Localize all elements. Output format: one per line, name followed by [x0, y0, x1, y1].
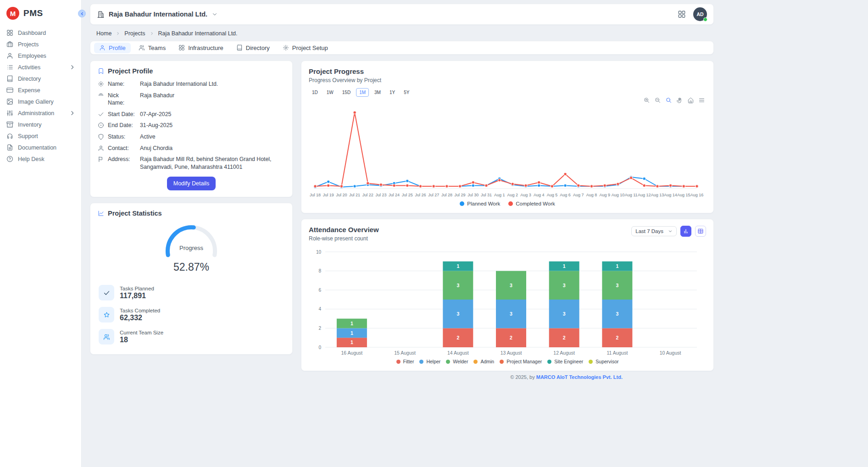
data-point[interactable]	[669, 184, 672, 187]
tab-infrastructure[interactable]: Infrastructure	[173, 43, 228, 53]
data-point[interactable]	[643, 184, 645, 187]
sidebar-item-dashboard[interactable]: Dashboard	[0, 27, 81, 39]
legend-item[interactable]: Welder	[446, 359, 468, 364]
menu-icon[interactable]	[698, 97, 705, 104]
bar-chart-icon	[683, 228, 689, 234]
sidebar-item-activities[interactable]: Activities	[0, 61, 81, 73]
sidebar-collapse-button[interactable]	[78, 10, 86, 17]
data-point[interactable]	[498, 179, 501, 182]
zoom-in-icon[interactable]	[643, 97, 650, 104]
sidebar-item-support[interactable]: Support	[0, 130, 81, 142]
data-point[interactable]	[590, 185, 593, 188]
sidebar-item-help-desk[interactable]: Help Desk	[0, 153, 81, 165]
zoom-icon[interactable]	[665, 97, 672, 104]
home-icon[interactable]	[687, 97, 694, 104]
footer-company-link[interactable]: MARCO AIoT Technologies Pvt. Ltd.	[536, 374, 623, 380]
data-point[interactable]	[538, 181, 540, 184]
data-point[interactable]	[617, 183, 619, 185]
data-point[interactable]	[353, 111, 356, 114]
modify-details-button[interactable]: Modify Details	[167, 177, 216, 190]
data-point[interactable]	[564, 172, 567, 175]
legend-item[interactable]: Helper	[419, 359, 440, 364]
data-point[interactable]	[682, 185, 685, 188]
tab-directory[interactable]: Directory	[231, 43, 275, 53]
data-point[interactable]	[379, 183, 382, 186]
legend-item[interactable]: Site Engineer	[547, 359, 583, 364]
bar-view-button[interactable]	[680, 226, 691, 237]
data-point[interactable]	[538, 184, 540, 187]
range-1d[interactable]: 1D	[309, 88, 321, 97]
book-icon	[236, 44, 243, 51]
user-avatar[interactable]: AD	[693, 7, 707, 21]
data-point[interactable]	[353, 185, 356, 188]
pan-icon[interactable]	[676, 97, 683, 104]
app-logo[interactable]: M PMS	[0, 0, 81, 27]
data-point[interactable]	[419, 185, 422, 188]
data-point[interactable]	[472, 184, 474, 187]
sidebar-item-employees[interactable]: Employees	[0, 50, 81, 61]
data-point[interactable]	[485, 184, 488, 187]
sidebar-item-label: Projects	[18, 41, 39, 48]
data-point[interactable]	[577, 184, 580, 187]
data-point[interactable]	[406, 179, 409, 182]
data-point[interactable]	[393, 184, 395, 187]
data-point[interactable]	[603, 184, 606, 187]
tab-teams[interactable]: Teams	[134, 43, 171, 53]
card-title-text: Attendance Overview	[309, 226, 379, 234]
legend-item[interactable]: Fitter	[396, 359, 414, 364]
sidebar-item-expense[interactable]: Expense	[0, 84, 81, 96]
sidebar-item-inventory[interactable]: Inventory	[0, 119, 81, 130]
svg-text:Aug 4: Aug 4	[534, 193, 545, 197]
data-point[interactable]	[327, 184, 330, 187]
data-point[interactable]	[511, 183, 514, 185]
sidebar-item-image-gallery[interactable]: Image Gallery	[0, 96, 81, 107]
data-point[interactable]	[406, 184, 409, 187]
list-icon	[6, 64, 13, 71]
tab-project-setup[interactable]: Project Setup	[278, 43, 333, 53]
sidebar-item-directory[interactable]: Directory	[0, 73, 81, 84]
copyright-text: © 2025, by	[510, 374, 536, 380]
range-5y[interactable]: 5Y	[401, 88, 412, 97]
data-point[interactable]	[458, 185, 461, 188]
data-point[interactable]	[340, 185, 343, 188]
company-selector[interactable]: Raja Bahadur International Ltd.	[97, 11, 218, 18]
data-point[interactable]	[564, 184, 567, 187]
legend-item[interactable]: Admin	[473, 359, 494, 364]
range-1y[interactable]: 1Y	[386, 88, 398, 97]
sidebar-item-documentation[interactable]: Documentation	[0, 142, 81, 153]
data-point[interactable]	[445, 185, 448, 188]
range-1w[interactable]: 1W	[323, 88, 337, 97]
breadcrumb-projects[interactable]: Projects	[124, 30, 145, 37]
range-1m[interactable]: 1M	[356, 88, 369, 97]
tab-profile[interactable]: Profile	[94, 43, 131, 53]
legend-item[interactable]: Project Manager	[500, 359, 542, 364]
legend-item[interactable]: Completed Work	[508, 201, 555, 206]
data-point[interactable]	[432, 185, 435, 188]
svg-text:Aug 15: Aug 15	[677, 193, 690, 197]
legend-item[interactable]: Supervisor	[589, 359, 618, 364]
data-point[interactable]	[629, 177, 632, 179]
zoom-out-icon[interactable]	[654, 97, 661, 104]
svg-text:0: 0	[318, 345, 321, 350]
data-point[interactable]	[367, 182, 369, 184]
apps-grid-button[interactable]	[678, 10, 686, 18]
legend-item[interactable]: Planned Work	[460, 201, 500, 206]
data-point[interactable]	[472, 181, 474, 184]
breadcrumb-home[interactable]: Home	[96, 30, 111, 37]
data-point[interactable]	[524, 184, 527, 187]
data-point[interactable]	[327, 180, 330, 183]
line-chart[interactable]: Jul 18Jul 19Jul 20Jul 21Jul 22Jul 23Jul …	[309, 103, 706, 200]
data-point[interactable]	[643, 177, 645, 180]
data-point[interactable]	[314, 185, 317, 188]
sidebar-item-projects[interactable]: Projects	[0, 39, 81, 50]
table-view-button[interactable]	[695, 226, 706, 237]
data-point[interactable]	[696, 185, 698, 188]
attendance-bar-chart[interactable]: 024681011116 August15 August233114 Augus…	[309, 247, 706, 357]
svg-text:1: 1	[563, 263, 566, 269]
range-3m[interactable]: 3M	[371, 88, 384, 97]
sidebar-item-administration[interactable]: Administration	[0, 107, 81, 119]
data-point[interactable]	[656, 185, 659, 188]
range-15d[interactable]: 15D	[339, 88, 354, 97]
days-select[interactable]: Last 7 Days	[631, 226, 677, 236]
data-point[interactable]	[551, 185, 553, 188]
